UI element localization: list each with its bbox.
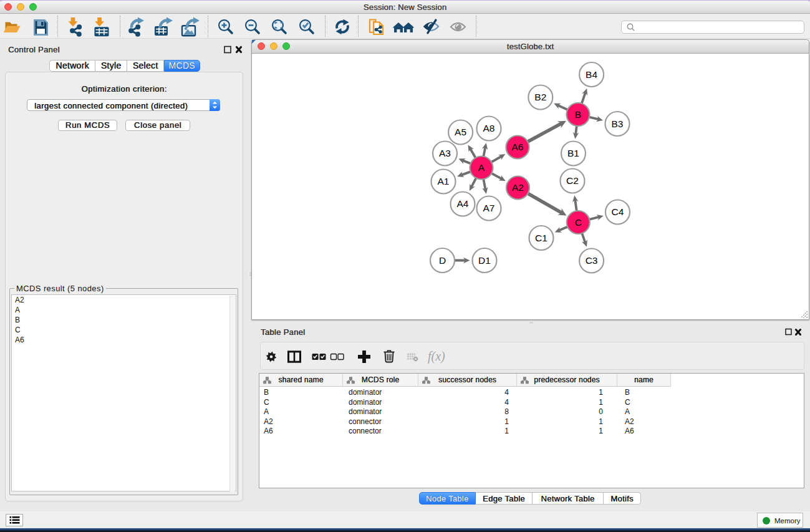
svg-text:A3: A3	[439, 148, 451, 158]
svg-text:C4: C4	[612, 206, 624, 217]
svg-text:B4: B4	[586, 69, 597, 80]
svg-text:A8: A8	[483, 123, 495, 133]
svg-text:A1: A1	[438, 176, 450, 186]
svg-text:B: B	[575, 109, 581, 120]
svg-text:B2: B2	[534, 92, 546, 102]
svg-text:C: C	[575, 217, 582, 228]
svg-text:A: A	[478, 162, 485, 173]
svg-text:D1: D1	[478, 255, 491, 266]
svg-text:A6: A6	[512, 142, 524, 152]
svg-text:D: D	[439, 255, 446, 266]
svg-text:A4: A4	[457, 198, 469, 209]
svg-text:C2: C2	[566, 175, 579, 186]
svg-text:A7: A7	[483, 203, 495, 213]
svg-text:A2: A2	[512, 182, 524, 193]
svg-text:f(x): f(x)	[428, 349, 445, 364]
svg-text:C3: C3	[586, 255, 598, 266]
svg-text:A5: A5	[455, 127, 466, 137]
svg-text:B3: B3	[612, 118, 624, 129]
svg-text:B1: B1	[567, 148, 579, 158]
svg-text:C1: C1	[535, 233, 547, 243]
